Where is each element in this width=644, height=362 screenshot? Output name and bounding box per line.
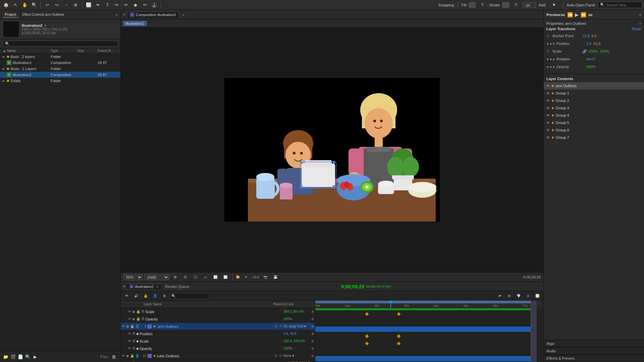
tl-cube-parent[interactable]: None▼ (283, 354, 310, 358)
tl-cube-name[interactable]: cube Outlines (157, 354, 273, 358)
project-search-input[interactable] (3, 41, 118, 47)
scale-x-val[interactable]: 100% (588, 49, 598, 53)
lc-g5-eye[interactable]: 👁 (546, 121, 550, 125)
effect-controls-tab[interactable]: Effect Controls arm Outlines (20, 12, 66, 17)
fill-button[interactable] (469, 2, 476, 8)
tl-search-input[interactable] (170, 293, 210, 299)
anchor-x-val[interactable]: 12.9 (582, 34, 589, 38)
add-tool[interactable]: ⊕ (71, 1, 79, 9)
tl-shy-btn3[interactable]: 👤 (135, 354, 140, 358)
tl-scale-kf2[interactable] (397, 342, 400, 345)
tl-solo-btn4[interactable]: ◉ (126, 324, 129, 328)
transparency-button[interactable]: ⬜ (221, 273, 229, 281)
dropdown-arrow[interactable]: ▼ (44, 24, 47, 27)
lc-g3-star[interactable]: ★ (551, 106, 554, 110)
comp-tab-close[interactable]: ✕ (123, 13, 125, 16)
stroke-px-input[interactable] (523, 2, 536, 8)
lc-group7[interactable]: 👁 ★ Group 7 (544, 134, 644, 141)
tl-keyframe[interactable] (365, 312, 369, 316)
tl-eye-btn2[interactable]: 👁 (127, 317, 131, 321)
select-tool[interactable]: ↖ (11, 1, 19, 9)
prev-fwd-btn[interactable]: ⏩ (581, 12, 586, 17)
tl-cube-link[interactable]: ⊕ (311, 354, 314, 358)
audio-section[interactable]: Audio (544, 347, 644, 355)
snapshot-button[interactable]: 💾 (271, 273, 279, 281)
tl-pos-kf1[interactable] (365, 334, 369, 338)
tl-eye-btn7[interactable]: 👁 (121, 354, 125, 358)
lc-group2[interactable]: 👁 ★ Group 2 (544, 97, 644, 104)
zoom-select[interactable]: 50% 100% 25% (123, 274, 143, 280)
arrow-tool[interactable]: → (62, 1, 70, 9)
lc-group6[interactable]: 👁 ★ Group 6 (544, 126, 644, 134)
prev-last-btn[interactable]: ⏭ (588, 12, 593, 17)
grid-button[interactable]: ⊟ (181, 273, 189, 281)
lc-group1[interactable]: 👁 ★ Group 1 (544, 89, 644, 97)
stroke-button[interactable] (502, 2, 509, 8)
render-queue-tab[interactable]: Render Queue (165, 285, 189, 289)
tl-collapse-btn[interactable]: ⊕ (160, 292, 168, 300)
tree-item-illustr2layers[interactable]: ▶ ■ illustr...2 layers Folder (0, 54, 120, 60)
lc-g7-eye[interactable]: 👁 (546, 136, 550, 139)
tl-lock-btn5[interactable]: 🔒 (130, 354, 135, 358)
tl-close[interactable]: ✕ (123, 285, 125, 288)
search-btn[interactable]: 🔍 (25, 354, 31, 360)
eraser-tool[interactable]: ◆ (131, 1, 140, 9)
tl-lock-btn2[interactable]: 🔒 (136, 310, 141, 313)
tl-opacity2-link[interactable]: ⊕ (311, 347, 314, 350)
delete-btn[interactable]: 🗑 (110, 353, 118, 361)
tl-shy-btn2[interactable]: 👤 (135, 324, 140, 328)
tl-keyframe2[interactable] (397, 312, 400, 316)
tl-eye-btn6[interactable]: 👁 (127, 347, 131, 350)
anchor-y-val[interactable]: 9.5 (591, 34, 596, 38)
redo-button[interactable]: ↪ (53, 1, 61, 9)
pen-tool[interactable]: ✒ (94, 1, 102, 9)
new-folder-btn[interactable]: 📁 (3, 354, 9, 360)
tl-transfer-btn[interactable]: ⇄ (496, 292, 504, 300)
lc-g4-eye[interactable]: 👁 (546, 114, 550, 117)
tl-lock-btn[interactable]: 🔒 (142, 292, 150, 300)
scale-y-val[interactable]: 100% (600, 49, 609, 53)
tree-item-illustration2[interactable]: C illustration2 Composition 29.97 (0, 72, 120, 78)
lc-g6-star[interactable]: ★ (551, 128, 554, 132)
view3d-button[interactable]: ⬜ (211, 273, 219, 281)
tl-solo-btn[interactable]: 👁 (123, 292, 131, 300)
opacity-val[interactable]: 100% (586, 65, 596, 69)
lc-eye-icon[interactable]: 👁 (546, 84, 550, 88)
zoom-tool[interactable]: 🔍 (30, 1, 38, 9)
rect-tool[interactable]: ⬜ (85, 1, 93, 9)
lc-arm-outlines[interactable]: 👁 ★ arm Outlines (544, 82, 644, 89)
tl-arm-bar[interactable] (315, 326, 537, 332)
lc-star-icon[interactable]: ★ (551, 84, 554, 88)
comp-tab[interactable]: C Composition illustration2 (127, 11, 179, 18)
tl-layer-arm-outlines[interactable]: 👁 ◉ 🔒 👤 9 ★ arm Outlines fx ✏ 33. body O… (121, 323, 315, 330)
undo-button[interactable]: ↩ (43, 1, 51, 9)
prev-play-btn[interactable]: ▶ (575, 12, 579, 17)
pos-y-val[interactable]: 43.8 (593, 42, 600, 46)
project-tab[interactable]: Project (3, 12, 18, 18)
tl-pos-link[interactable]: ⊕ (311, 332, 314, 336)
lc-g7-star[interactable]: ★ (551, 135, 554, 140)
right-panel-menu[interactable]: ≡ (639, 13, 641, 17)
tl-tab-menu[interactable]: ≡ (156, 285, 158, 289)
render-btn[interactable]: ▶ (32, 354, 38, 360)
effects-section[interactable]: Effects & Presets (544, 355, 644, 362)
tree-item-solids[interactable]: ▶ ■ Solids Folder (0, 78, 120, 84)
lc-g1-eye[interactable]: 👁 (546, 92, 550, 95)
text-tool[interactable]: T (103, 1, 111, 9)
lc-g6-eye[interactable]: 👁 (546, 128, 550, 132)
fill-help[interactable]: ? (478, 1, 486, 9)
tl-arm-link[interactable]: ⊕ (311, 324, 314, 328)
tl-lock-btn4[interactable]: 🔒 (130, 324, 135, 328)
comp-tab-menu[interactable]: ≡ (182, 13, 184, 17)
rotation-val[interactable]: 0x+0° (586, 57, 596, 61)
quality-select[interactable]: (Half) (Full) (Quarter) (145, 274, 169, 280)
tl-pos-kf2[interactable] (397, 334, 400, 338)
lc-group5[interactable]: 👁 ★ Group 5 (544, 119, 644, 126)
lt-reset[interactable]: Reset (632, 27, 641, 31)
tl-layer-color2[interactable] (148, 354, 152, 358)
tl-solo-btn3[interactable]: ◉ (132, 317, 136, 321)
tl-lock-btn3[interactable]: 🔒 (136, 317, 141, 321)
panel-menu-icon[interactable]: ≡ (116, 13, 118, 17)
prop-menu[interactable]: ≡ (639, 21, 641, 25)
search-input[interactable] (606, 3, 640, 7)
